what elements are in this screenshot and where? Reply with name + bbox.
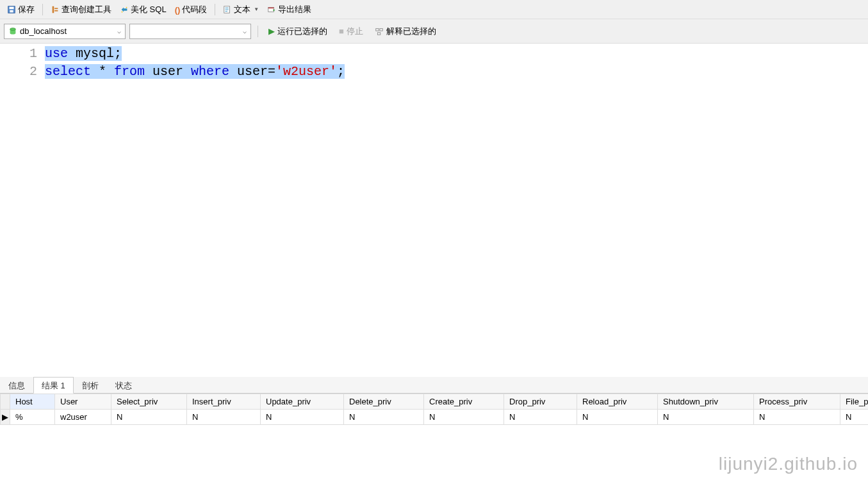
column-header[interactable]: Process_priv xyxy=(754,394,840,410)
text-label: 文本 xyxy=(234,4,250,15)
result-grid[interactable]: HostUserSelect_privInsert_privUpdate_pri… xyxy=(0,394,868,425)
snippet-button[interactable]: () 代码段 xyxy=(172,3,211,17)
column-header[interactable]: Drop_priv xyxy=(504,394,577,410)
export-icon xyxy=(267,5,276,14)
code-line: select * from user where user='w2user'; xyxy=(45,63,868,81)
dropdown-icon: ▼ xyxy=(254,6,259,12)
beautify-icon xyxy=(120,5,129,14)
database-name: db_localhost xyxy=(20,26,67,36)
svg-rect-17 xyxy=(380,28,382,31)
column-header[interactable]: User xyxy=(55,394,111,410)
result-table: HostUserSelect_privInsert_privUpdate_pri… xyxy=(0,394,868,425)
table-cell[interactable]: w2user xyxy=(55,410,111,425)
column-header[interactable]: Shutdown_priv xyxy=(658,394,754,410)
beautify-label: 美化 SQL xyxy=(131,4,167,15)
column-header[interactable]: Reload_priv xyxy=(577,394,658,410)
schema-select[interactable]: ⌵ xyxy=(129,24,251,39)
svg-rect-13 xyxy=(268,7,274,8)
beautify-sql-button[interactable]: 美化 SQL xyxy=(117,3,170,17)
query-builder-label: 查询创建工具 xyxy=(61,4,111,15)
chevron-down-icon: ⌵ xyxy=(243,28,247,35)
table-cell[interactable]: N xyxy=(344,410,424,425)
text-icon xyxy=(223,5,232,14)
save-icon xyxy=(7,5,16,14)
snippet-icon: () xyxy=(175,5,181,14)
run-toolbar: db_localhost ⌵ ⌵ ▶ 运行已选择的 ■ 停止 解释已选择的 xyxy=(0,19,868,44)
svg-rect-1 xyxy=(10,6,14,9)
svg-point-6 xyxy=(126,6,127,8)
svg-rect-2 xyxy=(10,10,13,12)
column-header[interactable]: Select_priv xyxy=(111,394,187,410)
play-icon: ▶ xyxy=(268,26,275,36)
table-cell[interactable]: N xyxy=(754,410,840,425)
code-area[interactable]: use mysql; select * from user where user… xyxy=(45,44,868,377)
tab-profile[interactable]: 剖析 xyxy=(74,377,107,393)
svg-rect-5 xyxy=(54,10,58,11)
column-header[interactable]: Create_priv xyxy=(424,394,504,410)
table-cell[interactable]: N xyxy=(840,410,869,425)
svg-point-7 xyxy=(122,11,123,12)
result-tabs: 信息 结果 1 剖析 状态 xyxy=(0,377,868,394)
run-selected-label: 运行已选择的 xyxy=(277,26,327,37)
stop-icon: ■ xyxy=(339,26,344,36)
column-header[interactable]: Insert_priv xyxy=(187,394,261,410)
table-cell[interactable]: N xyxy=(424,410,504,425)
export-button[interactable]: 导出结果 xyxy=(264,3,315,17)
export-label: 导出结果 xyxy=(278,4,311,15)
column-header[interactable]: File_priv xyxy=(840,394,869,410)
table-cell[interactable]: N xyxy=(658,410,754,425)
separator xyxy=(215,4,215,15)
svg-rect-4 xyxy=(54,8,58,9)
save-button[interactable]: 保存 xyxy=(4,3,38,17)
table-cell[interactable]: N xyxy=(577,410,658,425)
tab-status[interactable]: 状态 xyxy=(107,377,140,393)
watermark: lijunyi2.github.io xyxy=(719,454,858,474)
table-row[interactable]: ▶%w2userNNNNNNNNNN xyxy=(1,410,869,425)
chevron-down-icon: ⌵ xyxy=(117,28,121,35)
query-builder-icon xyxy=(51,5,60,14)
explain-label: 解释已选择的 xyxy=(386,26,436,37)
snippet-label: 代码段 xyxy=(182,4,207,15)
database-icon xyxy=(8,27,17,36)
code-line: use mysql; xyxy=(45,45,868,63)
line-gutter: 1 2 xyxy=(0,44,45,377)
query-builder-button[interactable]: 查询创建工具 xyxy=(47,3,115,17)
row-marker-icon: ▶ xyxy=(1,410,10,425)
svg-rect-16 xyxy=(376,28,379,31)
stop-label: 停止 xyxy=(347,26,363,37)
stop-button[interactable]: ■ 停止 xyxy=(335,24,367,38)
column-header[interactable]: Host xyxy=(10,394,55,410)
save-label: 保存 xyxy=(18,4,35,15)
explain-icon xyxy=(375,27,384,36)
column-header[interactable]: Update_priv xyxy=(261,394,344,410)
table-cell[interactable]: N xyxy=(261,410,344,425)
table-cell[interactable]: N xyxy=(111,410,187,425)
separator xyxy=(258,26,258,37)
table-header-row: HostUserSelect_privInsert_privUpdate_pri… xyxy=(1,394,869,410)
tab-result[interactable]: 结果 1 xyxy=(33,377,74,394)
svg-rect-18 xyxy=(377,32,380,35)
table-cell[interactable]: N xyxy=(187,410,261,425)
main-toolbar: 保存 查询创建工具 美化 SQL () 代码段 文本 ▼ 导出结果 xyxy=(0,0,868,19)
separator xyxy=(42,4,43,15)
column-header[interactable]: Delete_priv xyxy=(344,394,424,410)
line-number: 2 xyxy=(0,63,37,81)
explain-button[interactable]: 解释已选择的 xyxy=(371,24,440,38)
table-cell[interactable]: N xyxy=(504,410,577,425)
sql-editor[interactable]: 1 2 use mysql; select * from user where … xyxy=(0,44,868,377)
tab-info[interactable]: 信息 xyxy=(0,377,33,393)
svg-rect-3 xyxy=(53,6,54,13)
table-cell[interactable]: % xyxy=(10,410,55,425)
database-select[interactable]: db_localhost ⌵ xyxy=(4,24,126,39)
line-number: 1 xyxy=(0,45,37,63)
run-selected-button[interactable]: ▶ 运行已选择的 xyxy=(265,24,331,38)
text-button[interactable]: 文本 ▼ xyxy=(220,3,262,17)
